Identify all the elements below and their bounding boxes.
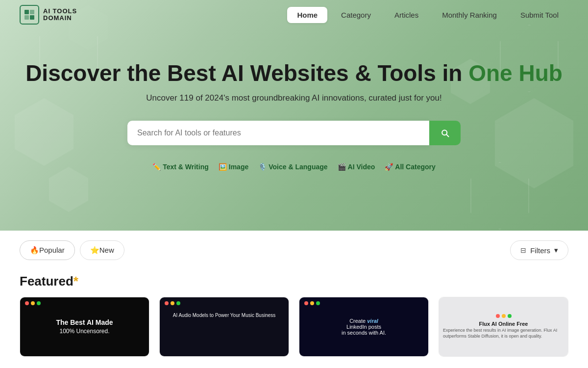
logo-line1: AI TOOLS: [43, 8, 77, 15]
nav-links: Home Category Articles Monthly Ranking S…: [287, 7, 568, 23]
dot-green: [37, 301, 41, 305]
cat-image[interactable]: 🖼️Image: [219, 163, 248, 171]
hero-section: Discover the Best AI Websites & Tools in…: [0, 0, 588, 231]
logo[interactable]: AI TOOLS DOMAIN: [20, 5, 77, 25]
hex-deco-7: [470, 162, 529, 230]
hero-title-part1: Discover the Best AI Websites & Tools in: [25, 60, 468, 86]
dot-green: [508, 314, 512, 318]
dot-red: [496, 314, 500, 318]
featured-section-title: Featured*: [20, 274, 568, 289]
cat-voice-language[interactable]: 🎙️Voice & Language: [258, 163, 327, 171]
dot-yellow: [502, 314, 506, 318]
tab-group: 🔥Popular ⭐New: [20, 240, 124, 260]
search-icon: [440, 128, 450, 138]
hero-title-highlight: One Hub: [468, 60, 563, 86]
cards-grid: The Best AI Made 100% Uncensored. AI Aud…: [20, 297, 568, 357]
cat-text-writing[interactable]: ✏️Text & Writing: [152, 163, 209, 171]
logo-icon: [20, 5, 39, 25]
card-4-thumbnail: Flux AI Online Free Experience the best …: [439, 297, 568, 356]
card-2-traffic-dots: [160, 297, 185, 305]
dot-red: [304, 301, 308, 305]
logo-text: AI TOOLS DOMAIN: [43, 8, 77, 22]
logo-line2: DOMAIN: [43, 15, 77, 22]
card-2-thumb-text: AI Audio Models to Power Your Music Busi…: [173, 312, 276, 319]
nav-articles[interactable]: Articles: [385, 7, 428, 23]
nav-category[interactable]: Category: [331, 7, 381, 23]
tab-popular[interactable]: 🔥Popular: [20, 240, 75, 260]
dot-yellow: [310, 301, 314, 305]
search-button[interactable]: [429, 121, 461, 145]
filters-label: Filters: [530, 246, 550, 255]
nav-submit-tool[interactable]: Submit Tool: [511, 7, 568, 23]
card-2-thumbnail: AI Audio Models to Power Your Music Busi…: [160, 297, 289, 356]
hero-subtitle: Uncover 119 of 2024's most groundbreakin…: [146, 93, 441, 103]
cat-ai-video[interactable]: 🎬AI Video: [338, 163, 375, 171]
card-4-sub: Experience the best results in AI image …: [443, 328, 564, 339]
search-input[interactable]: [127, 121, 429, 145]
card-4-brand: Flux AI Online Free: [479, 321, 528, 327]
svg-rect-0: [24, 10, 29, 14]
featured-card-1[interactable]: The Best AI Made 100% Uncensored.: [20, 297, 149, 357]
featured-card-4[interactable]: Flux AI Online Free Experience the best …: [439, 297, 568, 357]
hex-deco-3: [15, 98, 74, 166]
dot-green: [316, 301, 320, 305]
card-3-thumbnail: Create viral LinkedIn posts in seconds w…: [299, 297, 428, 356]
cat-all-category[interactable]: 🚀All Category: [385, 163, 435, 171]
logo-svg: [24, 9, 35, 21]
hero-subtitle-part1: Uncover 119 of 2024's most groundbreakin…: [146, 93, 368, 103]
featured-card-2[interactable]: AI Audio Models to Power Your Music Busi…: [159, 297, 289, 357]
dot-yellow: [31, 301, 35, 305]
nav-monthly-ranking[interactable]: Monthly Ranking: [432, 7, 507, 23]
tab-new[interactable]: ⭐New: [80, 240, 124, 260]
card-1-thumbnail: The Best AI Made 100% Uncensored.: [20, 297, 149, 356]
svg-rect-3: [30, 15, 34, 20]
dot-yellow: [171, 301, 174, 305]
featured-card-3[interactable]: Create viral LinkedIn posts in seconds w…: [299, 297, 429, 357]
card-4-traffic-dots: [496, 314, 512, 318]
nav-home[interactable]: Home: [287, 7, 327, 23]
filters-button[interactable]: ⊟ Filters ▾: [510, 240, 568, 260]
card-1-thumb-text: The Best AI Made 100% Uncensored.: [52, 314, 117, 340]
dot-red: [165, 301, 169, 305]
hero-title: Discover the Best AI Websites & Tools in…: [25, 60, 563, 87]
dot-green: [176, 301, 180, 305]
svg-rect-1: [30, 10, 34, 14]
navbar: AI TOOLS DOMAIN Home Category Articles M…: [0, 0, 588, 29]
below-hero: 🔥Popular ⭐New ⊟ Filters ▾ Featured* The …: [0, 231, 588, 357]
chevron-down-icon: ▾: [554, 246, 558, 255]
hero-subtitle-part2: curated just for you!: [368, 93, 441, 103]
dot-red: [25, 301, 29, 305]
category-pills: ✏️Text & Writing 🖼️Image 🎙️Voice & Langu…: [152, 163, 436, 171]
card-3-traffic-dots: [299, 297, 325, 305]
hex-deco-4: [49, 167, 88, 212]
card-3-thumb-text: Create viral LinkedIn posts in seconds w…: [342, 318, 386, 336]
search-bar: [127, 121, 461, 145]
filter-bar: 🔥Popular ⭐New ⊟ Filters ▾: [20, 240, 568, 260]
card-1-traffic-dots: [20, 297, 46, 305]
svg-rect-2: [24, 15, 29, 20]
filter-icon: ⊟: [520, 246, 526, 254]
